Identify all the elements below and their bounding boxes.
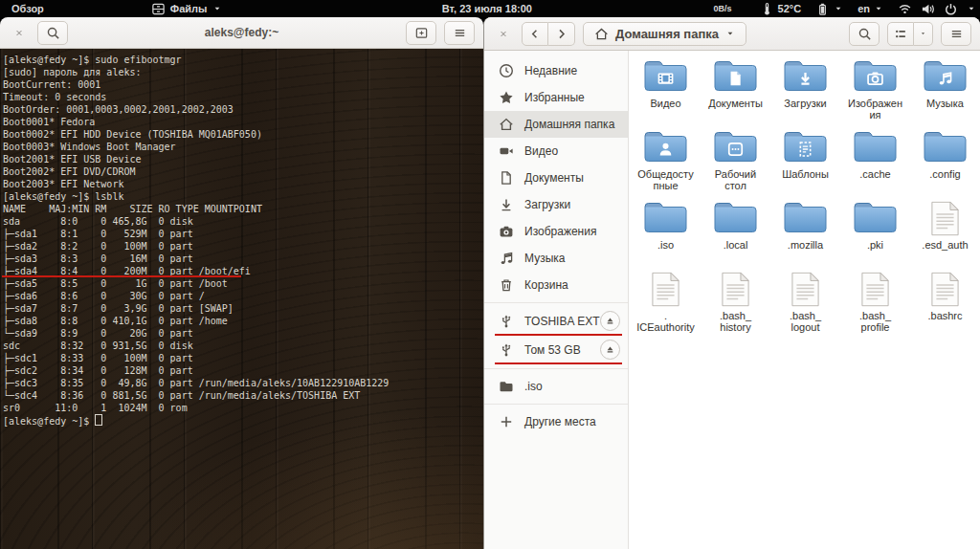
terminal-window: aleks@fedy:~ [aleks@fedy ~]$ sudo efiboo… (0, 17, 483, 549)
back-button[interactable] (522, 22, 548, 46)
sidebar-item-icon (499, 277, 514, 293)
terminal-output: [aleks@fedy ~]$ sudo efibootmgr [sudo] п… (3, 55, 389, 427)
home-icon (594, 27, 609, 41)
file-item-17[interactable]: .bash_ history (701, 269, 770, 340)
sidebar-item-music[interactable]: Музыка (484, 245, 628, 272)
folder-icon (783, 198, 828, 236)
file-item-12[interactable]: .local (701, 198, 770, 269)
eject-button[interactable] (600, 340, 620, 360)
sidebar-item-home[interactable]: Домашняя папка (484, 111, 628, 138)
chevron-down-icon (874, 4, 883, 13)
view-options-button[interactable] (914, 22, 933, 46)
sidebar-device-volume-53gb[interactable]: Том 53 GB (484, 336, 628, 364)
file-item-5[interactable]: Музыка (910, 56, 980, 127)
file-item-9[interactable]: .cache (840, 127, 910, 198)
sidebar-item-icon (499, 170, 514, 186)
sidebar-bookmarks: .iso (484, 373, 628, 400)
clock-button[interactable]: Вт, 23 июля 18:00 (436, 0, 538, 17)
terminal-title: aleks@fedy:~ (205, 26, 278, 39)
file-item-label: .iso (657, 239, 674, 251)
folder-icon (643, 127, 688, 165)
folder-icon (853, 56, 898, 95)
terminal-menu-button[interactable] (444, 21, 475, 45)
document-file-icon (931, 198, 959, 236)
hamburger-menu-icon (949, 27, 964, 41)
sidebar-item-videos[interactable]: Видео (484, 138, 628, 165)
file-item-15[interactable]: .esd_auth (910, 198, 980, 269)
files-menu-button[interactable] (941, 22, 971, 46)
file-item-label: .pki (867, 239, 883, 251)
file-item-8[interactable]: Шаблоны (770, 127, 840, 198)
eject-button[interactable] (600, 311, 620, 331)
file-item-label: .config (929, 168, 960, 180)
file-item-label: .bash_ profile (859, 310, 891, 333)
file-item-16[interactable]: . ICEauthority (631, 269, 701, 340)
sidebar-item-recent[interactable]: Недавние (484, 57, 628, 84)
temperature-indicator[interactable]: 52°C (760, 2, 802, 16)
app-menu-button[interactable]: Файлы (145, 0, 228, 17)
keyboard-layout-label: en (858, 3, 870, 14)
net-speed-indicator[interactable]: 0B/s (714, 4, 732, 13)
close-button[interactable] (9, 22, 30, 43)
files-search-button[interactable] (849, 22, 880, 46)
file-item-3[interactable]: Загрузки (770, 56, 840, 127)
folder-icon (713, 56, 758, 95)
top-bar: Обзор Файлы Вт, 23 июля 18:00 0B/s 52°C … (0, 0, 980, 17)
chevron-right-icon (554, 27, 568, 41)
sidebar-device-label: Том 53 GB (524, 343, 581, 357)
battery-menu[interactable] (815, 2, 843, 16)
file-item-6[interactable]: Общедосту пные (631, 127, 701, 198)
terminal-screen[interactable]: [aleks@fedy ~]$ sudo efibootmgr [sudo] п… (0, 49, 483, 549)
file-item-1[interactable]: Видео (631, 56, 701, 127)
sidebar-item-icon (499, 224, 514, 239)
search-icon (858, 27, 872, 41)
file-item-4[interactable]: Изображен ия (840, 56, 910, 127)
file-item-label: Видео (650, 98, 680, 109)
file-item-18[interactable]: .bash_ logout (770, 269, 840, 340)
sidebar-item-icon (499, 117, 514, 132)
sidebar-device-toshiba-ext[interactable]: TOSHIBA EXT (484, 307, 628, 336)
files-app-icon (151, 2, 166, 16)
sidebar-item-label: Недавние (524, 64, 577, 77)
system-tray: 0B/s 52°C en (714, 0, 976, 17)
file-item-19[interactable]: .bash_ profile (840, 269, 910, 340)
file-item-11[interactable]: .iso (631, 198, 701, 269)
sidebar-item-starred[interactable]: Избранные (484, 84, 628, 111)
keyboard-layout-menu[interactable]: en (858, 3, 883, 14)
file-item-14[interactable]: .pki (840, 198, 910, 269)
file-item-13[interactable]: .mozilla (770, 198, 840, 269)
system-menu[interactable] (898, 2, 976, 16)
sidebar-item-label: Видео (524, 144, 558, 158)
sidebar-item-other-locations[interactable]: Другие места (484, 408, 628, 435)
file-item-label: Документы (708, 98, 763, 109)
file-item-2[interactable]: Документы (701, 56, 770, 127)
file-item-label: .bash_ logout (790, 310, 821, 333)
sidebar-item-label: Загрузки (524, 198, 570, 211)
sidebar-item-iso-bookmark[interactable]: .iso (484, 373, 628, 400)
terminal-search-button[interactable] (37, 21, 68, 45)
file-item-10[interactable]: .config (910, 127, 980, 198)
close-button[interactable] (493, 23, 514, 44)
usb-drive-icon (499, 342, 514, 358)
clock-label: Вт, 23 июля 18:00 (442, 3, 532, 14)
file-item-7[interactable]: Рабочий стол (701, 127, 770, 198)
history-buttons (522, 22, 575, 46)
files-titlebar[interactable]: Домашняя папка (484, 17, 980, 51)
files-sidebar: Недавние Избранные Домашняя папка Видео … (484, 51, 629, 549)
sidebar-item-trash[interactable]: Корзина (484, 272, 628, 298)
location-button[interactable]: Домашняя папка (583, 22, 746, 46)
new-tab-button[interactable] (406, 21, 436, 45)
activities-button[interactable]: Обзор (6, 0, 50, 17)
forward-button[interactable] (548, 22, 575, 46)
document-file-icon (722, 269, 749, 307)
file-item-label: .bash_ history (720, 310, 751, 333)
sidebar-separator (484, 302, 628, 303)
file-item-20[interactable]: .bashrc (910, 269, 980, 340)
view-list-button[interactable] (887, 22, 914, 46)
sidebar-item-pictures[interactable]: Изображения (484, 218, 628, 245)
terminal-text: [aleks@fedy ~]$ sudo efibootmgr [sudo] п… (0, 49, 483, 428)
terminal-titlebar[interactable]: aleks@fedy:~ (0, 17, 483, 49)
sidebar-item-documents[interactable]: Документы (484, 165, 628, 191)
sidebar-item-downloads[interactable]: Загрузки (484, 191, 628, 218)
folder-icon (643, 198, 688, 236)
